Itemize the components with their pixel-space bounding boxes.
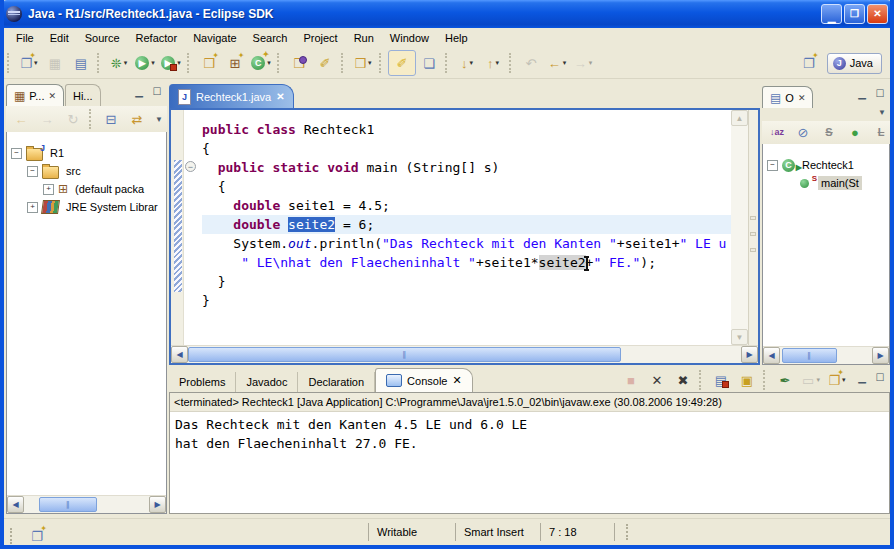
- expand-toggle[interactable]: +: [43, 184, 54, 195]
- minimize-button[interactable]: ▁: [854, 86, 870, 101]
- occurrence-marker[interactable]: [750, 216, 756, 220]
- tab-console[interactable]: Console✕: [375, 368, 473, 392]
- dropdown-arrow-icon[interactable]: ▾: [469, 59, 473, 67]
- sort-button[interactable]: ↓az: [764, 123, 790, 143]
- remove-all-terminated-button[interactable]: ✖: [670, 370, 696, 390]
- close-icon[interactable]: ✕: [276, 91, 284, 102]
- tab-package-explorer-p[interactable]: ▦P...✕: [6, 84, 64, 106]
- titlebar[interactable]: Java - R1/src/Rechteck1.java - Eclipse S…: [0, 0, 894, 28]
- link-with-editor-button[interactable]: ⇄: [124, 109, 150, 129]
- menu-edit[interactable]: Edit: [42, 30, 77, 46]
- next-annotation-button[interactable]: ↓▾: [454, 51, 480, 75]
- hide-static-members-button[interactable]: S: [816, 123, 842, 143]
- editor-vscrollbar[interactable]: ▲ ▼: [731, 110, 748, 345]
- tree-item--default-packa[interactable]: +⊞(default packa: [7, 180, 166, 198]
- minimize-button[interactable]: ▁: [854, 370, 870, 385]
- back-button[interactable]: ←▾: [544, 51, 570, 75]
- scrollbar-thumb[interactable]: [188, 347, 621, 362]
- menu-run[interactable]: Run: [346, 30, 382, 46]
- view-menu-icon[interactable]: ▼: [155, 115, 163, 124]
- previous-annotation-button[interactable]: ↑▾: [480, 51, 506, 75]
- dropdown-arrow-icon[interactable]: ▾: [368, 59, 372, 67]
- package-explorer-tree[interactable]: −JR1−src+⊞(default packa+JRE System Libr…: [7, 132, 166, 495]
- menu-source[interactable]: Source: [77, 30, 128, 46]
- search-button[interactable]: ✐: [312, 51, 338, 75]
- view-menu-icon[interactable]: ▼: [878, 108, 886, 117]
- scroll-left-icon[interactable]: ◀: [171, 346, 188, 363]
- menu-project[interactable]: Project: [295, 30, 345, 46]
- scrollbar-thumb[interactable]: [39, 497, 97, 512]
- minimize-button[interactable]: ▁: [821, 4, 842, 24]
- tree-item-rechteck1[interactable]: −C▶Rechteck1: [763, 156, 889, 174]
- scroll-right-icon[interactable]: ▶: [149, 496, 166, 513]
- overview-ruler[interactable]: [748, 110, 758, 345]
- menu-file[interactable]: File: [8, 30, 42, 46]
- maximize-button[interactable]: ☐: [872, 370, 888, 385]
- console-output[interactable]: Das Rechteck mit den Kanten 4.5 LE und 6…: [170, 412, 889, 513]
- tab-problems[interactable]: Problems: [169, 372, 236, 392]
- scroll-left-icon[interactable]: ◀: [763, 347, 780, 364]
- maximize-button[interactable]: ☐: [149, 84, 165, 99]
- tree-item-src[interactable]: −src: [7, 162, 166, 180]
- close-icon[interactable]: ✕: [798, 93, 806, 103]
- close-icon[interactable]: ✕: [452, 374, 461, 387]
- expand-toggle[interactable]: −: [11, 148, 22, 159]
- menu-window[interactable]: Window: [382, 30, 437, 46]
- maximize-button[interactable]: ❐: [844, 4, 865, 24]
- horizontal-scrollbar[interactable]: ◀▶: [171, 345, 758, 363]
- minimize-button[interactable]: ▁: [131, 84, 147, 99]
- dropdown-arrow-icon[interactable]: ▾: [267, 59, 271, 67]
- expand-toggle[interactable]: −: [767, 160, 778, 171]
- collapse-all-button[interactable]: ⊟: [98, 109, 124, 129]
- menu-navigate[interactable]: Navigate: [185, 30, 244, 46]
- dropdown-arrow-icon[interactable]: ▾: [563, 59, 567, 67]
- tree-item-main-st[interactable]: Smain(St: [763, 174, 889, 192]
- tab-javadoc[interactable]: Javadoc: [236, 372, 298, 392]
- tree-item-r1[interactable]: −JR1: [7, 144, 166, 162]
- expand-toggle[interactable]: +: [27, 202, 38, 213]
- tab-outline-o[interactable]: ▤O✕: [762, 86, 813, 108]
- outline-tree[interactable]: −C▶Rechteck1Smain(St: [763, 144, 889, 346]
- dropdown-arrow-icon[interactable]: ▾: [589, 59, 593, 67]
- scroll-right-icon[interactable]: ▶: [872, 347, 889, 364]
- horizontal-scrollbar[interactable]: ◀▶: [7, 495, 166, 513]
- occurrence-marker[interactable]: [750, 232, 756, 236]
- dropdown-arrow-icon[interactable]: ▾: [151, 59, 155, 67]
- open-perspective-button[interactable]: ❐: [796, 51, 822, 75]
- close-button[interactable]: ✕: [867, 4, 888, 24]
- perspective-java-button[interactable]: JJava: [827, 53, 882, 74]
- tree-item-jre-system-librar[interactable]: +JRE System Librar: [7, 198, 166, 216]
- scroll-down-icon[interactable]: ▼: [731, 329, 748, 345]
- expand-toggle[interactable]: −: [27, 166, 38, 177]
- debug-button[interactable]: ❊▾: [106, 51, 132, 75]
- dropdown-arrow-icon[interactable]: ▾: [124, 59, 128, 67]
- open-type-button[interactable]: ❒: [286, 51, 312, 75]
- new-wizard-button[interactable]: ❐▾: [16, 51, 42, 75]
- remove-launch-button[interactable]: ✕: [644, 370, 670, 390]
- open-console-button[interactable]: ❐▾: [824, 370, 850, 390]
- menu-help[interactable]: Help: [437, 30, 476, 46]
- mark-occurrences-button[interactable]: ✐: [388, 50, 416, 76]
- clear-console-button[interactable]: ▤: [708, 370, 734, 390]
- dropdown-arrow-icon[interactable]: ▾: [495, 59, 499, 67]
- maximize-button[interactable]: ☐: [872, 86, 888, 101]
- new-package-button[interactable]: ⊞: [222, 51, 248, 75]
- scroll-right-icon[interactable]: ▶: [741, 346, 758, 363]
- show-source-of-element-button[interactable]: ❏: [416, 51, 442, 75]
- hide-non-public-members-button[interactable]: ●: [842, 123, 868, 143]
- horizontal-scrollbar[interactable]: ◀▶: [763, 346, 889, 364]
- scroll-left-icon[interactable]: ◀: [7, 496, 24, 513]
- menu-refactor[interactable]: Refactor: [128, 30, 186, 46]
- new-class-button[interactable]: C▾: [248, 51, 274, 75]
- run-button[interactable]: ▶▾: [132, 51, 158, 75]
- code-editor[interactable]: public class Rechteck1{ public static vo…: [198, 110, 731, 345]
- tab-package-explorer-hi[interactable]: Hi...: [65, 84, 101, 106]
- occurrence-marker[interactable]: [750, 248, 756, 252]
- print-button[interactable]: ▤: [68, 51, 94, 75]
- open-resource-button[interactable]: ❒▾: [350, 51, 376, 75]
- new-java-project-button[interactable]: ❒: [196, 51, 222, 75]
- run-external-button[interactable]: ▶▾: [158, 51, 184, 75]
- scrollbar-thumb[interactable]: [782, 348, 837, 363]
- dropdown-arrow-icon[interactable]: ▾: [177, 59, 181, 67]
- tab-declaration[interactable]: Declaration: [298, 372, 375, 392]
